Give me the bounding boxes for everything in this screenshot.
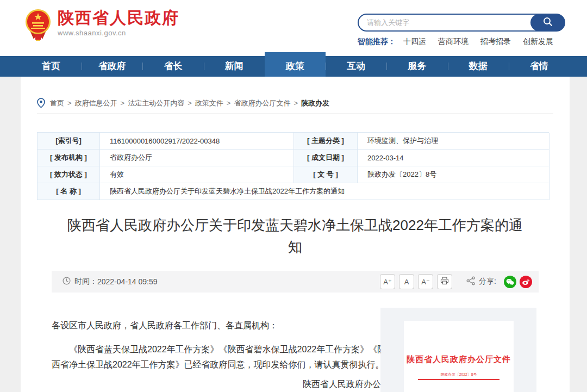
nav-item-services[interactable]: 服务 — [386, 56, 447, 77]
meta-docno-label: [ 文 号 ] — [294, 166, 358, 183]
meta-status-value: 有效 — [100, 166, 294, 183]
print-button[interactable] — [437, 274, 452, 289]
preview-doc-header: 陕西省人民政府办公厅文件 — [404, 354, 514, 365]
search-button[interactable] — [530, 14, 565, 31]
meta-index-label: [索引号] — [38, 133, 100, 150]
article-body: 各设区市人民政府，省人民政府各工作部门、各直属机构： 《陕西省蓝天保卫战2022… — [52, 318, 390, 392]
nav-item-provincial-gov[interactable]: 省政府 — [82, 56, 142, 77]
meta-date-label: [ 成文日期 ] — [294, 150, 358, 166]
meta-index-value: 116100000160002917/2022-00348 — [100, 133, 294, 150]
crumb-separator: > — [294, 99, 298, 107]
crumb-separator: > — [67, 99, 72, 107]
document-meta-table: [索引号] 116100000160002917/2022-00348 [ 主题… — [37, 132, 549, 200]
meta-docno-value: 陕政办发〔2022〕8号 — [358, 166, 549, 183]
hot-recommend-label: 智能推荐： — [358, 37, 396, 47]
nav-item-news[interactable]: 新闻 — [204, 56, 265, 77]
main-nav: 首页 省政府 省长 新闻 政策 互动 服务 数据 省情 — [0, 56, 587, 77]
hot-link-chuangxin[interactable]: 创新发展 — [523, 37, 553, 47]
font-normal-button[interactable]: A — [399, 274, 414, 289]
preview-red-rule — [418, 379, 499, 380]
site-header: 陕西省人民政府 www.shaanxi.gov.cn 智能推荐： 十四运 营商环… — [0, 0, 587, 56]
publish-time-value: 2022-04-14 09:59 — [97, 277, 158, 286]
crumb-separator: > — [121, 99, 125, 107]
printer-icon — [440, 277, 449, 287]
document-preview-page: 陕西省人民政府办公厅文件 陕政办发〔2022〕8号 — [404, 321, 514, 392]
nav-item-policy-active[interactable]: 政策 — [265, 52, 326, 77]
clock-icon — [63, 277, 74, 287]
meta-agency-value: 省政府办公厅 — [100, 150, 294, 166]
hot-recommend-row: 智能推荐： 十四运 营商环境 招考招录 创新发展 — [358, 37, 570, 47]
nav-item-interaction[interactable]: 互动 — [326, 56, 386, 77]
crumb-legal-disclosure[interactable]: 法定主动公开内容 — [128, 98, 184, 108]
article-paragraph: 各设区市人民政府，省人民政府各工作部门、各直属机构： — [52, 318, 390, 333]
article-signature: 陕西省人民政府办公厅 — [52, 377, 390, 392]
national-emblem-icon — [25, 9, 51, 45]
font-decrease-button[interactable]: A⁻ — [418, 274, 433, 289]
meta-name-value: 陕西省人民政府办公厅关于印发蓝天碧水净土保卫战2022年工作方案的通知 — [100, 183, 549, 200]
meta-topic-label: [ 主题分类 ] — [294, 133, 358, 150]
wechat-share-icon[interactable] — [504, 276, 516, 288]
share-icon — [466, 276, 476, 288]
search-icon — [542, 16, 553, 29]
nav-item-governor[interactable]: 省长 — [142, 56, 203, 77]
site-name: 陕西省人民政府 — [58, 9, 179, 27]
content-panel: 首页 > 政府信息公开 > 法定主动公开内容 > 政策文件 > 省政府办公厅文件… — [21, 77, 570, 392]
hot-link-yingshang[interactable]: 营商环境 — [438, 37, 469, 47]
crumb-home[interactable]: 首页 — [50, 98, 64, 108]
preview-doc-number: 陕政办发〔2022〕8号 — [412, 372, 505, 377]
hot-link-zhaokao[interactable]: 招考招录 — [480, 37, 511, 47]
crumb-separator: > — [227, 99, 231, 107]
site-url: www.shaanxi.gov.cn — [58, 29, 179, 37]
font-increase-button[interactable]: A⁺ — [380, 274, 395, 289]
crumb-office-docs[interactable]: 省政府办公厅文件 — [234, 98, 290, 108]
article-toolbar: 时间： 2022-04-14 09:59 A⁺ A A⁻ — [52, 271, 539, 293]
article-paragraph: 《陕西省蓝天保卫战2022年工作方案》《陕西省碧水保卫战2022年工作方案》《陕… — [52, 342, 390, 372]
hot-link-shisiyun[interactable]: 十四运 — [403, 37, 426, 47]
crumb-separator: > — [188, 99, 192, 107]
crumb-gov-info[interactable]: 政府信息公开 — [75, 98, 117, 108]
meta-status-label: [ 效力状态 ] — [38, 166, 100, 183]
share-label: 分享: — [479, 277, 496, 287]
meta-agency-label: [ 发布机构 ] — [38, 150, 100, 166]
crumb-current: 陕政办发 — [301, 98, 329, 108]
nav-item-province-info[interactable]: 省情 — [509, 56, 570, 77]
meta-topic-value: 环境监测、保护与治理 — [358, 133, 549, 150]
page-title: 陕西省人民政府办公厅关于印发蓝天碧水净土保卫战2022年工作方案的通知 — [21, 214, 570, 258]
search-box — [358, 14, 565, 32]
meta-date-value: 2022-03-14 — [358, 150, 549, 166]
document-preview-panel: 陕西省人民政府办公厅文件 陕政办发〔2022〕8号 — [380, 308, 536, 392]
search-input[interactable] — [359, 15, 527, 30]
breadcrumb: 首页 > 政府信息公开 > 法定主动公开内容 > 政策文件 > 省政府办公厅文件… — [37, 93, 553, 114]
nav-item-home[interactable]: 首页 — [21, 56, 82, 77]
meta-name-label: [ 名 称 ] — [38, 183, 100, 200]
publish-time-label: 时间： — [74, 277, 97, 287]
site-logo[interactable]: 陕西省人民政府 www.shaanxi.gov.cn — [25, 9, 179, 45]
crumb-policy-docs[interactable]: 政策文件 — [195, 98, 223, 108]
weibo-share-icon[interactable] — [520, 276, 532, 288]
nav-item-data[interactable]: 数据 — [448, 56, 509, 77]
location-pin-icon — [37, 98, 45, 108]
